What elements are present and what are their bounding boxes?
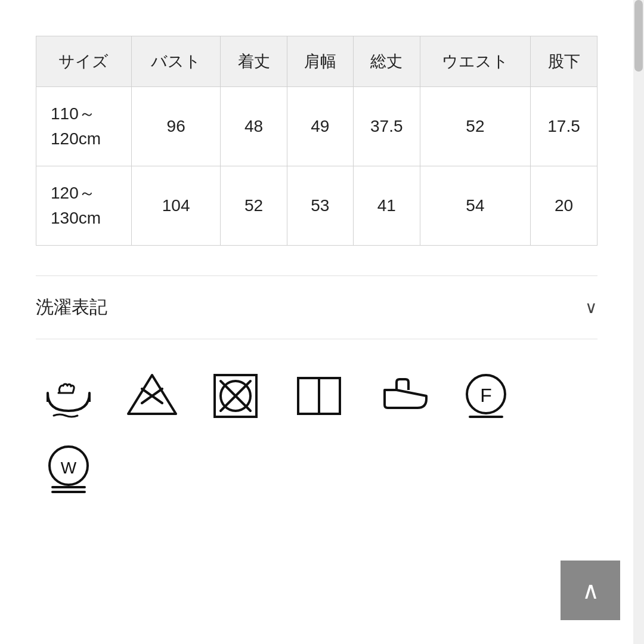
- col-header-size: サイズ: [36, 36, 132, 87]
- svg-text:F: F: [480, 385, 492, 406]
- cell-waist-2: 54: [420, 166, 530, 246]
- col-header-waist: ウエスト: [420, 36, 530, 87]
- page-wrapper: サイズ バスト 着丈 肩幅 総丈 ウエスト 股下 110～120cm 96 48…: [0, 0, 644, 644]
- table-row: 120～130cm 104 52 53 41 54 20: [36, 166, 597, 246]
- cell-shoulder-2: 53: [287, 166, 353, 246]
- laundry-header[interactable]: 洗濯表記 ∨: [36, 276, 597, 339]
- cell-size-1: 110～120cm: [36, 87, 132, 166]
- table-row: 110～120cm 96 48 49 37.5 52 17.5: [36, 87, 597, 166]
- svg-marker-2: [128, 375, 176, 414]
- laundry-icons-container: F W: [36, 339, 597, 512]
- wet-clean-w-icon: W: [42, 441, 95, 494]
- cell-bust-1: 96: [131, 87, 221, 166]
- col-header-shoulder: 肩幅: [287, 36, 353, 87]
- dry-clean-f-icon: F: [459, 369, 513, 423]
- cell-shoulder-1: 49: [287, 87, 353, 166]
- cell-total-1: 37.5: [353, 87, 420, 166]
- cell-length-2: 52: [221, 166, 287, 246]
- dry-flat-icon: [292, 369, 346, 423]
- col-header-length: 着丈: [221, 36, 287, 87]
- iron-icon: [376, 369, 429, 423]
- col-header-inseam: 股下: [531, 36, 597, 87]
- laundry-title: 洗濯表記: [36, 295, 107, 320]
- laundry-section: 洗濯表記 ∨: [36, 275, 597, 512]
- col-header-total: 総丈: [353, 36, 420, 87]
- cell-waist-1: 52: [420, 87, 530, 166]
- back-to-top-button[interactable]: ∧: [561, 561, 620, 620]
- cell-size-2: 120～130cm: [36, 166, 132, 246]
- svg-text:W: W: [61, 459, 77, 477]
- chevron-up-icon: ∧: [582, 578, 599, 602]
- cell-total-2: 41: [353, 166, 420, 246]
- col-header-bust: バスト: [131, 36, 221, 87]
- cell-inseam-2: 20: [531, 166, 597, 246]
- scrollbar[interactable]: [633, 0, 644, 644]
- chevron-down-icon: ∨: [585, 298, 597, 317]
- cell-inseam-1: 17.5: [531, 87, 597, 166]
- no-tumble-dry-icon: [209, 369, 262, 423]
- no-bleach-icon: [125, 369, 179, 423]
- hand-wash-icon: [42, 369, 95, 423]
- main-content: サイズ バスト 着丈 肩幅 総丈 ウエスト 股下 110～120cm 96 48…: [0, 0, 633, 512]
- size-table: サイズ バスト 着丈 肩幅 総丈 ウエスト 股下 110～120cm 96 48…: [36, 36, 597, 246]
- scrollbar-thumb: [634, 0, 643, 72]
- cell-bust-2: 104: [131, 166, 221, 246]
- cell-length-1: 48: [221, 87, 287, 166]
